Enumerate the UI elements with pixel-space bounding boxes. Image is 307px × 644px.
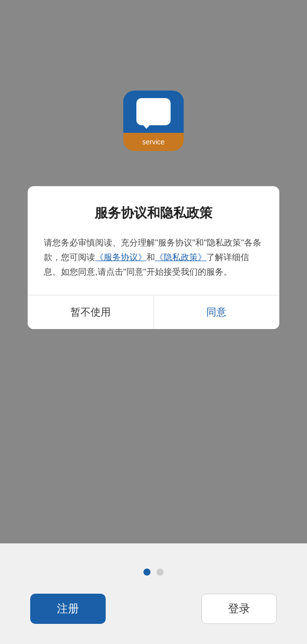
page-dots [143,569,164,576]
bottom-area: 注册 登录 [0,543,307,644]
app-icon-top: TEAM [123,91,184,133]
dialog-body-middle: 和 [146,253,155,262]
dot-2 [157,569,164,576]
dialog-content: 服务协议和隐私政策 请您务必审慎阅读、充分理解"服务协议"和"隐私政策"各条款，… [28,186,279,295]
app-service-label: service [142,138,165,146]
confirm-button[interactable]: 同意 [154,295,280,329]
dialog-footer: 暂不使用 同意 [28,295,279,329]
register-button[interactable]: 注册 [30,594,106,624]
bottom-buttons: 注册 登录 [0,594,307,624]
privacy-dialog: 服务协议和隐私政策 请您务必审慎阅读、充分理解"服务协议"和"隐私政策"各条款，… [28,186,279,329]
app-logo-area: TEAM service [123,91,184,151]
app-icon-bottom: service [123,133,184,151]
privacy-policy-link[interactable]: 《隐私政策》 [155,253,206,262]
dialog-body: 请您务必审慎阅读、充分理解"服务协议"和"隐私政策"各条款，您可阅读《服务协议》… [44,236,263,280]
cancel-button[interactable]: 暂不使用 [28,295,154,329]
app-icon: TEAM service [123,91,184,151]
dot-1 [143,569,150,576]
login-button[interactable]: 登录 [201,594,277,624]
service-agreement-link[interactable]: 《服务协议》 [95,253,146,262]
app-team-label: TEAM [137,105,170,118]
dialog-title: 服务协议和隐私政策 [44,204,263,222]
